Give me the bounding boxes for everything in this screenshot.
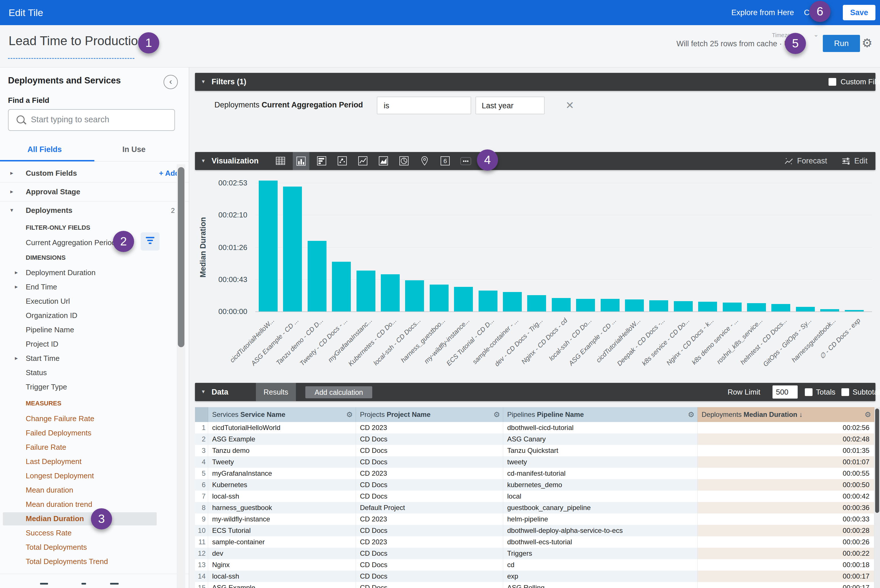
dimension-cell[interactable]: CD 2023	[356, 468, 503, 479]
dimension-cell[interactable]: local-ssh	[208, 490, 356, 502]
column-header-service-name[interactable]: Services Service Name⚙	[208, 407, 356, 422]
bar[interactable]	[527, 295, 546, 311]
filters-collapse-icon[interactable]: ▾	[202, 78, 205, 85]
totals-checkbox[interactable]	[805, 388, 812, 396]
dimension-cell[interactable]: my-wildfly-instance	[208, 513, 356, 525]
bar[interactable]	[454, 287, 473, 311]
dimension-cell[interactable]: Triggers	[503, 548, 698, 559]
measure-cell[interactable]: 00:00:26	[698, 536, 874, 548]
expand-arrow-icon[interactable]: ▸	[15, 355, 18, 362]
dimension-cell[interactable]: cd-manifest-tutorial	[503, 468, 698, 479]
measure-item[interactable]: Failed Deployments	[26, 429, 92, 437]
dimension-cell[interactable]: Tanzu demo	[208, 445, 356, 456]
gear-icon[interactable]: ⚙	[865, 410, 871, 419]
filter-only-fields-header[interactable]: FILTER-ONLY FIELDS	[26, 224, 90, 231]
dimension-cell[interactable]: Nginx	[208, 559, 356, 571]
measure-cell[interactable]: 00:00:28	[698, 525, 874, 536]
filter-operator-select[interactable]: is	[377, 97, 471, 114]
measure-cell[interactable]: 00:02:56	[698, 422, 874, 434]
dimension-cell[interactable]: harness_guestbook	[208, 502, 356, 513]
bar[interactable]	[478, 291, 498, 311]
dimension-cell[interactable]: CD Docs	[356, 445, 503, 456]
bar[interactable]	[723, 303, 742, 311]
dimension-cell[interactable]: CD Docs	[356, 571, 503, 582]
tile-title-input[interactable]: Lead Time to Production	[9, 34, 145, 48]
bar[interactable]	[649, 300, 668, 311]
column-header-pipeline-name[interactable]: Pipelines Pipeline Name⚙	[503, 407, 698, 422]
sidebar-group-custom-fields[interactable]: Custom Fields	[26, 169, 77, 178]
dimension-item[interactable]: Status	[26, 368, 47, 377]
dimension-item[interactable]: End Time	[26, 283, 57, 291]
bar[interactable]	[259, 181, 278, 311]
map-pin-icon[interactable]	[416, 154, 433, 168]
bar[interactable]	[430, 285, 448, 311]
measure-cell[interactable]: 00:00:17	[698, 571, 874, 582]
subtotals-checkbox[interactable]	[841, 388, 849, 396]
data-collapse-icon[interactable]: ▾	[202, 388, 205, 395]
custom-filter-checkbox[interactable]	[829, 78, 836, 86]
expand-arrow-icon[interactable]: ▸	[15, 269, 18, 276]
dimension-item[interactable]: Organization ID	[26, 311, 77, 320]
table-viz-icon[interactable]	[272, 154, 289, 168]
bar[interactable]	[698, 302, 717, 311]
measure-item[interactable]: Total Deployments	[26, 543, 87, 552]
dimension-cell[interactable]: dbothwell-deploy-alpha-service-to-ecs	[503, 525, 698, 536]
dimension-cell[interactable]: sample-container	[208, 536, 356, 548]
bar[interactable]	[576, 299, 595, 311]
dimension-item[interactable]: Pipeline Name	[26, 326, 74, 334]
measure-cell[interactable]: 00:00:42	[698, 490, 874, 502]
measure-item[interactable]: Longest Deployment	[26, 471, 94, 480]
line-chart-icon[interactable]	[355, 154, 371, 168]
dimension-cell[interactable]: ASG Example	[208, 582, 356, 588]
row-limit-input[interactable]: 500	[773, 386, 798, 399]
dimensions-header[interactable]: DIMENSIONS	[26, 254, 65, 261]
dimension-cell[interactable]: dbothwell-ecs-tutorial	[503, 536, 698, 548]
bar[interactable]	[771, 304, 790, 311]
measure-item[interactable]: Failure Rate	[26, 443, 66, 452]
sidebar-scrollbar-thumb[interactable]	[178, 167, 184, 347]
dimension-cell[interactable]: CD 2023	[356, 422, 503, 434]
bar[interactable]	[332, 262, 351, 311]
bar[interactable]	[625, 299, 644, 311]
dimension-cell[interactable]: cd	[503, 559, 698, 571]
measure-item[interactable]: Success Rate	[26, 529, 71, 537]
dimension-cell[interactable]: dev	[208, 548, 356, 559]
dimension-cell[interactable]: CD Docs	[356, 479, 503, 490]
dimension-cell[interactable]: ASG Canary	[503, 434, 698, 445]
edit-viz-button[interactable]: Edit	[841, 152, 868, 170]
bar[interactable]	[283, 187, 302, 311]
more-viz-icon[interactable]	[457, 154, 474, 168]
dimension-cell[interactable]: Tweety	[208, 456, 356, 468]
gear-icon[interactable]: ⚙	[862, 36, 872, 50]
bar[interactable]	[357, 271, 375, 311]
dimension-cell[interactable]: kubernetes_demo	[503, 479, 698, 490]
dimension-cell[interactable]: ASG Rolling	[503, 582, 698, 588]
filter-value-input[interactable]: Last year	[475, 97, 545, 114]
measure-cell[interactable]: 00:00:36	[698, 502, 874, 513]
measure-cell[interactable]: 00:01:35	[698, 445, 874, 456]
dimension-cell[interactable]: exp	[503, 571, 698, 582]
measure-item[interactable]: Mean duration	[26, 486, 73, 495]
dimension-cell[interactable]: tweety	[503, 456, 698, 468]
tab-in-use[interactable]: In Use	[122, 145, 146, 154]
bar[interactable]	[845, 310, 864, 311]
bar[interactable]	[381, 274, 400, 311]
dimension-cell[interactable]: Kubernetes	[208, 479, 356, 490]
explore-from-here-link[interactable]: Explore from Here	[731, 0, 794, 25]
bar[interactable]	[308, 241, 326, 311]
run-button[interactable]: Run	[823, 35, 860, 52]
dimension-cell[interactable]: myGrafanaInstance	[208, 468, 356, 479]
scatter-chart-icon[interactable]	[334, 154, 350, 168]
dimension-cell[interactable]: CD 2023	[356, 513, 503, 525]
bar[interactable]	[674, 301, 693, 311]
measure-item[interactable]: Median Duration	[26, 514, 84, 523]
dimension-cell[interactable]: CD Docs	[356, 490, 503, 502]
area-chart-icon[interactable]	[375, 154, 392, 168]
dimension-item[interactable]: Project ID	[26, 340, 58, 349]
bar[interactable]	[747, 303, 766, 311]
remove-filter-icon[interactable]: ✕	[566, 99, 574, 111]
expand-arrow-icon[interactable]: ▸	[10, 170, 13, 176]
chevron-down-icon[interactable]: ⌄	[813, 31, 818, 38]
single-value-icon[interactable]: 6	[437, 154, 453, 168]
dimension-cell[interactable]: CD Docs	[356, 548, 503, 559]
